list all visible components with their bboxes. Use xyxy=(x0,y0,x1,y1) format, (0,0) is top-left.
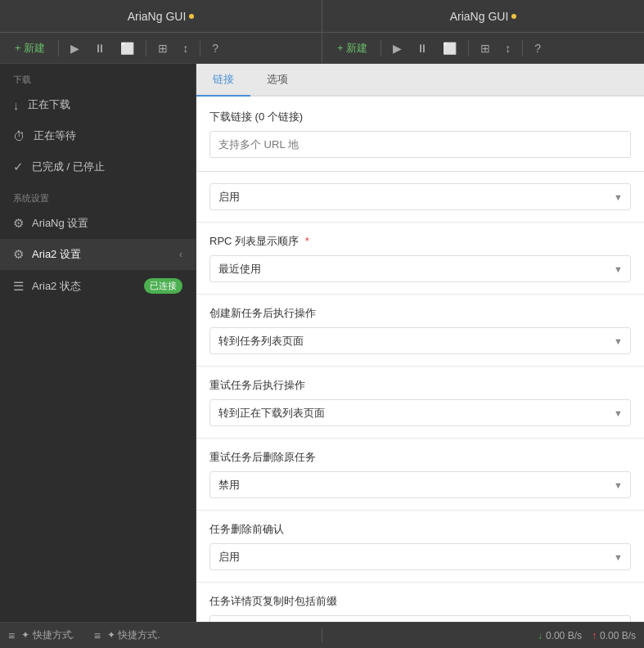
include-prefix-label: 任务详情页复制时包括前缀 xyxy=(209,594,631,609)
gear-icon: ⚙ xyxy=(13,216,24,231)
new-label-left: + 新建 xyxy=(15,41,45,56)
delete-original-select-wrapper: 禁用 启用 ▼ xyxy=(209,471,631,498)
grid-icon-left: ⊞ xyxy=(158,42,168,55)
sidebar-item-downloading-label: 正在下载 xyxy=(28,97,70,112)
status-bar: ≡ ✦ 快捷方式. ≡ ✦ 快捷方式. ↓ 0.00 B/s ↑ 0.00 B/… xyxy=(0,622,644,648)
toolbar-left: + 新建 ▶ ⏸ ⬜ ⊞ ↕ ? xyxy=(0,33,322,63)
menu-icon-left2[interactable]: ≡ xyxy=(94,629,101,642)
title-right: AriaNg GUI xyxy=(322,0,644,32)
title-left-text: AriaNg GUI xyxy=(128,10,187,23)
sidebar-item-ariang-label: AriaNg 设置 xyxy=(32,216,88,231)
title-right-text: AriaNg GUI xyxy=(450,10,509,23)
status-bar-left: ≡ ✦ 快捷方式. ≡ ✦ 快捷方式. xyxy=(0,628,322,642)
toolbar: + 新建 ▶ ⏸ ⬜ ⊞ ↕ ? + 新建 ▶ ⏸ xyxy=(0,33,644,64)
confirm-delete-dropdown[interactable]: 启用 禁用 xyxy=(209,543,631,570)
download-icon: ↓ xyxy=(13,98,20,112)
tab-options[interactable]: 选项 xyxy=(250,64,304,97)
after-new-task-dropdown[interactable]: 转到任务列表页面 不执行任何操作 xyxy=(209,327,631,354)
after-retry-row: 重试任务后执行操作 转到正在下载列表页面 不执行任何操作 ▼ xyxy=(196,367,644,439)
section-system-label: 系统设置 xyxy=(0,182,196,208)
pause-button-right[interactable]: ⏸ xyxy=(412,38,433,58)
new-button-right[interactable]: + 新建 xyxy=(331,38,374,59)
speed-display: ↓ 0.00 B/s ↑ 0.00 B/s xyxy=(538,630,636,641)
link-section: 下载链接 (0 个链接) xyxy=(196,97,644,172)
confirm-delete-row: 任务删除前确认 启用 禁用 ▼ xyxy=(196,511,644,583)
shortcut-icon-left2: ✦ xyxy=(107,629,115,641)
clock-icon: ⏱ xyxy=(13,129,25,143)
main-area: 下载 ↓ 正在下载 ⏱ 正在等待 ✓ 已完成 / 已停止 系统设置 ⚙ Aria… xyxy=(0,64,644,622)
help-icon-right: ? xyxy=(534,42,541,55)
shortcut-link-left[interactable]: ✦ 快捷方式. xyxy=(21,628,74,642)
link-input[interactable] xyxy=(209,131,631,158)
section-download-label: 下载 xyxy=(0,64,196,89)
tabs-bar: 链接 选项 xyxy=(196,64,644,97)
rpc-order-row: RPC 列表显示顺序 * 最近使用 最近添加 手动排序 ▼ xyxy=(196,223,644,295)
speed-down-item: ↓ 0.00 B/s xyxy=(538,630,582,641)
top-dropdown-row: 启用 禁用 ▼ xyxy=(196,172,644,223)
settings-content: 下载链接 (0 个链接) 启用 禁用 ▼ RPC 列表显示顺序 * xyxy=(196,97,644,622)
pause-icon-left: ⏸ xyxy=(94,42,106,55)
play-icon-left: ▶ xyxy=(70,42,79,55)
toolbar-right: + 新建 ▶ ⏸ ⬜ ⊞ ↕ ? xyxy=(322,33,644,63)
after-retry-dropdown[interactable]: 转到正在下载列表页面 不执行任何操作 xyxy=(209,399,631,426)
sep3 xyxy=(200,40,200,56)
pause-icon-right: ⏸ xyxy=(417,42,428,55)
speed-up-item: ↑ 0.00 B/s xyxy=(592,630,636,641)
play-button-left[interactable]: ▶ xyxy=(65,38,84,58)
download-arrow-icon: ↓ xyxy=(538,630,543,641)
rpc-order-select-wrapper: 最近使用 最近添加 手动排序 ▼ xyxy=(209,255,631,282)
grid-button-right[interactable]: ⊞ xyxy=(475,38,495,58)
help-button-right[interactable]: ? xyxy=(529,38,546,58)
sidebar-item-aria2-status[interactable]: ☰ Aria2 状态 已连接 xyxy=(0,270,196,302)
title-bar: AriaNg GUI AriaNg GUI xyxy=(0,0,644,33)
menu-icon-left[interactable]: ≡ xyxy=(8,629,15,642)
sort-icon-left: ↕ xyxy=(182,42,188,55)
include-prefix-dropdown[interactable]: 启用 禁用 xyxy=(209,615,631,622)
delete-original-label: 重试任务后删除原任务 xyxy=(209,450,631,465)
top-dropdown[interactable]: 启用 禁用 xyxy=(209,183,631,210)
help-icon-left: ? xyxy=(212,42,218,55)
help-button-left[interactable]: ? xyxy=(207,38,223,58)
title-dot-right xyxy=(511,14,516,19)
play-button-right[interactable]: ▶ xyxy=(388,38,407,58)
sep6 xyxy=(522,40,523,56)
delete-original-dropdown[interactable]: 禁用 启用 xyxy=(209,471,631,498)
shortcut-link-left2[interactable]: ✦ 快捷方式. xyxy=(107,628,160,642)
check-icon: ✓ xyxy=(13,160,24,174)
grid-button-left[interactable]: ⊞ xyxy=(153,38,173,58)
after-new-task-row: 创建新任务后执行操作 转到任务列表页面 不执行任何操作 ▼ xyxy=(196,295,644,367)
delete-button-right[interactable]: ⬜ xyxy=(438,38,462,58)
cog-icon: ⚙ xyxy=(13,247,24,262)
title-dot-left xyxy=(189,14,194,19)
play-icon-right: ▶ xyxy=(393,42,402,55)
rpc-order-dropdown[interactable]: 最近使用 最近添加 手动排序 xyxy=(209,255,631,282)
sidebar-item-downloading[interactable]: ↓ 正在下载 xyxy=(0,89,196,120)
status-bar-right: ↓ 0.00 B/s ↑ 0.00 B/s xyxy=(322,630,644,641)
sidebar-item-completed-label: 已完成 / 已停止 xyxy=(32,160,105,174)
new-button-left[interactable]: + 新建 xyxy=(8,38,52,59)
include-prefix-row: 任务详情页复制时包括前缀 启用 禁用 ▼ xyxy=(196,583,644,622)
after-new-task-label: 创建新任务后执行操作 xyxy=(209,306,631,321)
sidebar-item-aria2-settings[interactable]: ⚙ Aria2 设置 ‹ xyxy=(0,239,196,270)
title-left: AriaNg GUI xyxy=(0,0,322,32)
tab-link[interactable]: 链接 xyxy=(196,64,250,97)
delete-original-row: 重试任务后删除原任务 禁用 启用 ▼ xyxy=(196,439,644,511)
link-section-label: 下载链接 (0 个链接) xyxy=(209,110,631,124)
delete-icon-left: ⬜ xyxy=(120,42,134,55)
sep1 xyxy=(58,40,59,56)
delete-button-left[interactable]: ⬜ xyxy=(115,38,139,58)
sidebar-item-completed[interactable]: ✓ 已完成 / 已停止 xyxy=(0,151,196,182)
sidebar-item-waiting-label: 正在等待 xyxy=(34,128,76,143)
after-retry-label: 重试任务后执行操作 xyxy=(209,378,631,393)
after-retry-select-wrapper: 转到正在下载列表页面 不执行任何操作 ▼ xyxy=(209,399,631,426)
list-icon: ☰ xyxy=(13,279,24,294)
sidebar-item-waiting[interactable]: ⏱ 正在等待 xyxy=(0,120,196,151)
pause-button-left[interactable]: ⏸ xyxy=(89,38,110,58)
confirm-delete-label: 任务删除前确认 xyxy=(209,522,631,537)
sort-button-left[interactable]: ↕ xyxy=(178,38,193,58)
rpc-order-label: RPC 列表显示顺序 * xyxy=(209,234,631,249)
delete-icon-right: ⬜ xyxy=(443,42,457,55)
sort-button-right[interactable]: ↕ xyxy=(500,38,516,58)
sidebar-item-ariang-settings[interactable]: ⚙ AriaNg 设置 xyxy=(0,208,196,239)
sep4 xyxy=(381,40,381,56)
